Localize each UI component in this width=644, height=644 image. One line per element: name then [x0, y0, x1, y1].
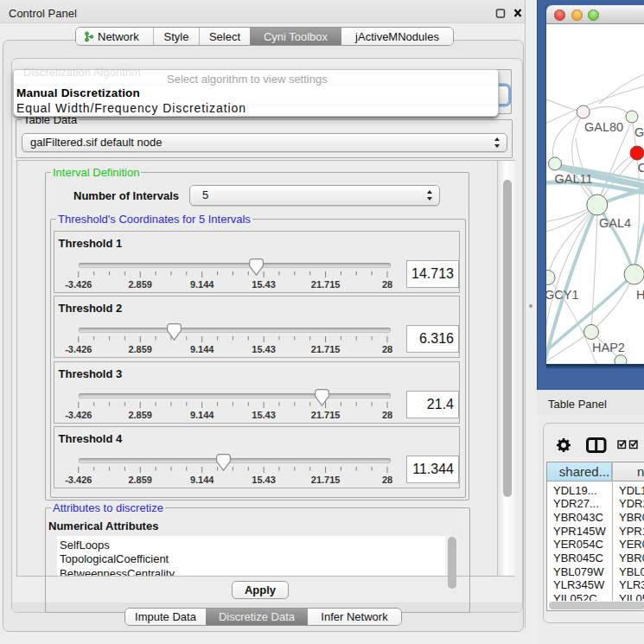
svg-text:CYC8: CYC8 [638, 161, 644, 175]
svg-text:GAL11: GAL11 [555, 172, 593, 186]
svg-text:HAP2: HAP2 [592, 341, 625, 354]
svg-text:GAL80: GAL80 [584, 120, 623, 134]
svg-text:GAL3: GAL3 [634, 125, 644, 139]
svg-text:GAL4: GAL4 [599, 216, 631, 230]
svg-text:HIS4: HIS4 [636, 288, 644, 302]
svg-text:GCY1: GCY1 [546, 288, 579, 302]
